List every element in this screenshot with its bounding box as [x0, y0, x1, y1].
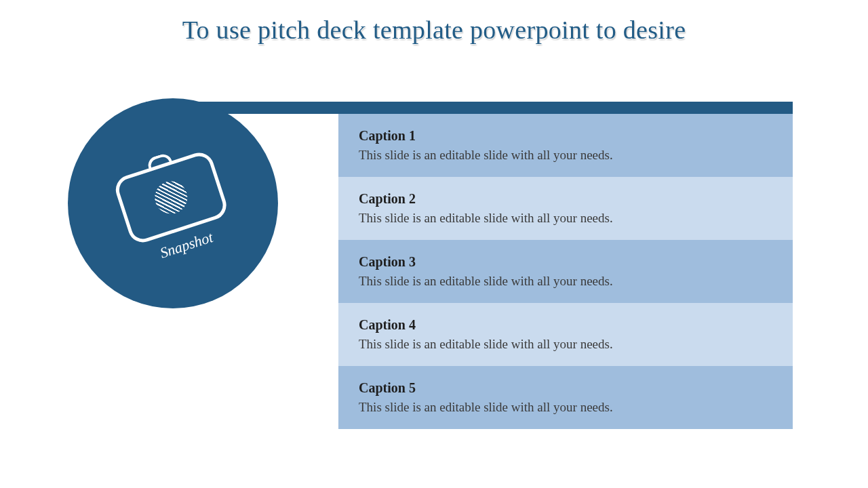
snapshot-badge: Snapshot — [68, 98, 278, 308]
list-item: Caption 4 This slide is an editable slid… — [338, 303, 793, 366]
list-item: Caption 3 This slide is an editable slid… — [338, 240, 793, 303]
caption-title: Caption 2 — [359, 191, 772, 207]
caption-desc: This slide is an editable slide with all… — [359, 400, 772, 415]
content-area: Snapshot Caption 1 This slide is an edit… — [78, 102, 793, 430]
list-item: Caption 1 This slide is an editable slid… — [338, 114, 793, 177]
caption-list: Caption 1 This slide is an editable slid… — [338, 114, 793, 430]
slide-title: To use pitch deck template powerpoint to… — [0, 15, 868, 45]
caption-desc: This slide is an editable slide with all… — [359, 211, 772, 226]
caption-desc: This slide is an editable slide with all… — [359, 148, 772, 163]
caption-title: Caption 5 — [359, 380, 772, 396]
list-item: Caption 5 This slide is an editable slid… — [338, 366, 793, 429]
caption-title: Caption 4 — [359, 317, 772, 333]
caption-desc: This slide is an editable slide with all… — [359, 337, 772, 352]
caption-desc: This slide is an editable slide with all… — [359, 274, 772, 289]
accent-bar — [146, 102, 793, 114]
caption-title: Caption 1 — [359, 128, 772, 144]
list-item: Caption 2 This slide is an editable slid… — [338, 177, 793, 240]
caption-title: Caption 3 — [359, 254, 772, 270]
camera-icon: Snapshot — [108, 138, 238, 270]
slide: To use pitch deck template powerpoint to… — [0, 0, 868, 488]
